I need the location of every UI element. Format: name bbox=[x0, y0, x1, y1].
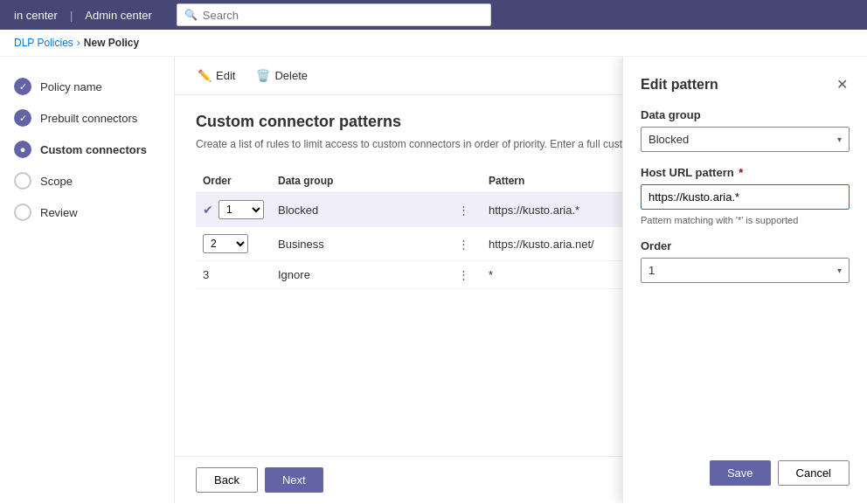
save-button[interactable]: Save bbox=[710, 460, 771, 486]
sidebar-label-review: Review bbox=[40, 206, 78, 219]
edit-panel: Edit pattern ✕ Data group Blocked ▾ Host… bbox=[622, 57, 867, 503]
step-circle-scope bbox=[14, 172, 31, 190]
row1-check-icon: ✔ bbox=[203, 203, 213, 217]
row2-menu[interactable]: ⋮ bbox=[446, 227, 482, 261]
step-circle-custom: ● bbox=[14, 141, 31, 158]
breadcrumb: DLP Policies › New Policy bbox=[0, 30, 867, 57]
breadcrumb-parent[interactable]: DLP Policies bbox=[14, 37, 73, 49]
data-group-field: Data group Blocked ▾ bbox=[641, 108, 850, 152]
step-circle-review bbox=[14, 204, 31, 221]
row1-dots-icon[interactable]: ⋮ bbox=[453, 202, 475, 218]
order-chevron-icon: ▾ bbox=[837, 266, 842, 275]
col-order: Order bbox=[196, 169, 271, 193]
next-button[interactable]: Next bbox=[265, 467, 323, 493]
row3-data-group: Ignore bbox=[271, 261, 446, 289]
row2-order-select[interactable]: 1 2 3 bbox=[203, 234, 248, 253]
data-group-value: Blocked bbox=[649, 133, 689, 146]
sidebar-label-policy-name: Policy name bbox=[40, 80, 102, 93]
row2-data-group: Business bbox=[271, 227, 446, 261]
row3-dots-icon[interactable]: ⋮ bbox=[453, 266, 475, 283]
nav-separator: | bbox=[70, 9, 73, 22]
data-group-dropdown[interactable]: Blocked ▾ bbox=[641, 127, 850, 152]
host-url-label: Host URL pattern * bbox=[641, 166, 850, 179]
row3-order: 3 bbox=[196, 261, 271, 289]
row2-order: 1 2 3 bbox=[196, 227, 271, 261]
row1-order: ✔ 1 2 3 bbox=[196, 193, 271, 227]
host-url-field: Host URL pattern * Pattern matching with… bbox=[641, 166, 850, 225]
data-group-label: Data group bbox=[641, 108, 850, 121]
close-panel-button[interactable]: ✕ bbox=[835, 74, 850, 94]
delete-icon: 🗑️ bbox=[256, 69, 270, 82]
sidebar-item-custom-connectors[interactable]: ● Custom connectors bbox=[0, 134, 174, 165]
breadcrumb-separator: › bbox=[77, 37, 80, 49]
breadcrumb-current: New Policy bbox=[84, 37, 139, 49]
col-actions bbox=[446, 169, 482, 193]
chevron-down-icon: ▾ bbox=[837, 135, 842, 144]
host-url-input[interactable] bbox=[641, 184, 850, 210]
panel-footer: Save Cancel bbox=[641, 460, 850, 486]
admin-center-label: Admin center bbox=[85, 9, 152, 22]
delete-button[interactable]: 🗑️ Delete bbox=[251, 66, 313, 86]
step-circle-prebuilt: ✓ bbox=[14, 109, 31, 127]
top-nav: in center | Admin center 🔍 bbox=[0, 0, 867, 30]
delete-label: Delete bbox=[274, 69, 308, 82]
order-value: 1 bbox=[649, 264, 655, 277]
host-url-hint: Pattern matching with '*' is supported bbox=[641, 215, 850, 225]
row2-dots-icon[interactable]: ⋮ bbox=[453, 236, 475, 252]
content-area: ✏️ Edit 🗑️ Delete Custom connector patte… bbox=[175, 57, 867, 503]
sidebar-item-prebuilt-connectors[interactable]: ✓ Prebuilt connectors bbox=[0, 102, 174, 134]
edit-label: Edit bbox=[216, 69, 235, 82]
sidebar-item-scope[interactable]: Scope bbox=[0, 165, 174, 197]
back-button[interactable]: Back bbox=[196, 467, 258, 493]
sidebar-item-review[interactable]: Review bbox=[0, 197, 174, 228]
cancel-button[interactable]: Cancel bbox=[778, 460, 850, 486]
sidebar-label-scope: Scope bbox=[40, 175, 73, 188]
edit-button[interactable]: ✏️ Edit bbox=[192, 66, 240, 86]
sidebar-item-policy-name[interactable]: ✓ Policy name bbox=[0, 71, 174, 102]
order-dropdown[interactable]: 1 ▾ bbox=[641, 258, 850, 283]
search-bar[interactable]: 🔍 bbox=[177, 3, 491, 26]
row1-order-select[interactable]: 1 2 3 bbox=[218, 200, 264, 219]
panel-title: Edit pattern bbox=[641, 77, 718, 93]
order-field: Order 1 ▾ bbox=[641, 239, 850, 283]
app-name: in center bbox=[14, 9, 58, 22]
order-label: Order bbox=[641, 239, 850, 252]
sidebar: ✓ Policy name ✓ Prebuilt connectors ● Cu… bbox=[0, 57, 175, 503]
row3-menu[interactable]: ⋮ bbox=[446, 261, 482, 289]
row1-menu[interactable]: ⋮ bbox=[446, 193, 482, 227]
required-asterisk: * bbox=[739, 166, 743, 179]
main-layout: ✓ Policy name ✓ Prebuilt connectors ● Cu… bbox=[0, 57, 867, 503]
edit-icon: ✏️ bbox=[198, 69, 212, 82]
search-input[interactable] bbox=[203, 9, 483, 22]
search-icon: 🔍 bbox=[184, 9, 198, 21]
step-circle-policy-name: ✓ bbox=[14, 78, 31, 95]
row1-data-group: Blocked bbox=[271, 193, 446, 227]
sidebar-label-custom: Custom connectors bbox=[40, 143, 147, 156]
col-data-group: Data group bbox=[271, 169, 446, 193]
panel-header: Edit pattern ✕ bbox=[641, 74, 850, 94]
sidebar-label-prebuilt: Prebuilt connectors bbox=[40, 112, 137, 125]
